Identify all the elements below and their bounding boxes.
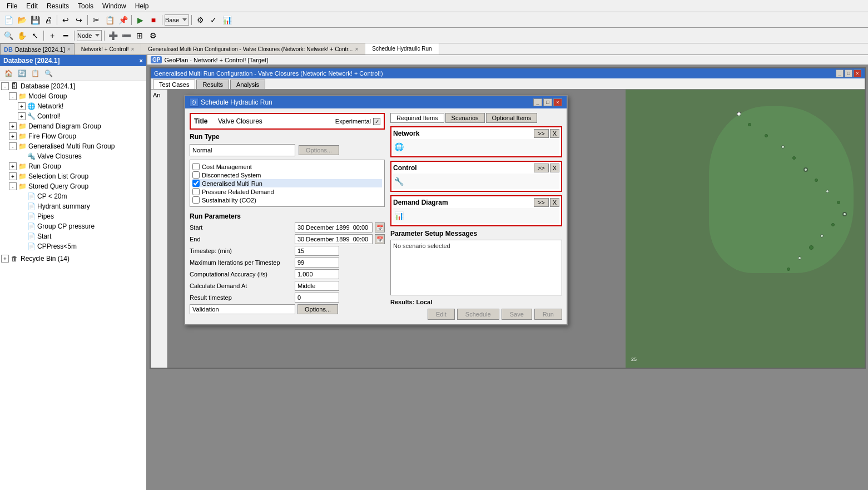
inner-close-btn[interactable]: ×: [854, 70, 861, 77]
sub-tab-analysis[interactable]: Analysis: [230, 80, 265, 89]
expand-recycle-bin[interactable]: +: [1, 255, 9, 263]
tree-item-run-group[interactable]: + 📁 Run Group: [0, 161, 146, 171]
req-tab-required[interactable]: Required Items: [390, 113, 444, 123]
expand-demand-group[interactable]: +: [9, 122, 17, 130]
redo-btn[interactable]: ↪: [73, 14, 85, 26]
expand-gen-multi[interactable]: -: [9, 142, 17, 150]
dialog-close-btn[interactable]: ×: [553, 98, 562, 106]
sidebar-close-icon[interactable]: ×: [140, 57, 143, 64]
open-btn[interactable]: 📂: [16, 14, 28, 26]
tree-item-pipes[interactable]: + 📄 Pipes: [0, 211, 146, 221]
options-btn-top[interactable]: Options...: [299, 145, 339, 155]
cb-disconnected[interactable]: [192, 171, 200, 179]
cb-cost-label[interactable]: Cost Management: [202, 164, 252, 170]
save-tb-btn[interactable]: 💾: [29, 14, 41, 26]
tree-item-start[interactable]: + 📄 Start: [0, 231, 146, 241]
sidebar-refresh-btn[interactable]: 🔄: [16, 67, 28, 80]
select-btn[interactable]: ↖: [29, 29, 41, 42]
cb-gen-multi-label[interactable]: Generalised Multi Run: [202, 180, 262, 187]
tree-item-hydrant[interactable]: + 📄 Hydrant summary: [0, 201, 146, 211]
tree-item-gen-multi[interactable]: - 📁 Generalised Multi Run Group: [0, 141, 146, 151]
expand-run-group[interactable]: +: [9, 162, 17, 170]
zoom-all-btn[interactable]: ⊞: [133, 29, 146, 42]
sub-tab-results[interactable]: Results: [196, 80, 229, 89]
sidebar-home-btn[interactable]: 🏠: [2, 67, 14, 80]
experimental-checkbox[interactable]: ✓: [373, 118, 380, 125]
run-type-select[interactable]: Normal Extended Period Fire Flow: [190, 144, 295, 156]
options-btn-bottom[interactable]: Options...: [297, 304, 338, 314]
print-btn[interactable]: 🖨: [42, 14, 54, 26]
menu-window[interactable]: Window: [98, 1, 131, 11]
cb-disconnected-label[interactable]: Disconnected System: [202, 172, 261, 179]
database-tab-close[interactable]: ×: [67, 46, 71, 52]
properties-btn[interactable]: ⚙: [194, 14, 206, 26]
start-cal-btn[interactable]: 📅: [375, 222, 385, 232]
zoom-btn[interactable]: 🔍: [2, 29, 14, 42]
expand-database[interactable]: -: [1, 82, 9, 90]
expand-stored-query[interactable]: -: [9, 182, 17, 190]
param-result-ts-input[interactable]: [295, 293, 339, 303]
req-tab-scenarios[interactable]: Scenarios: [445, 113, 485, 123]
dialog-max-btn[interactable]: □: [543, 98, 552, 106]
inner-max-btn[interactable]: □: [845, 70, 852, 77]
tree-item-cp20[interactable]: + 📄 CP < 20m: [0, 191, 146, 201]
menu-file[interactable]: File: [2, 1, 22, 11]
menu-results[interactable]: Results: [42, 1, 73, 11]
inner-min-btn[interactable]: _: [836, 70, 844, 77]
menu-edit[interactable]: Edit: [22, 1, 42, 11]
param-max-iter-input[interactable]: [295, 258, 339, 268]
tab-network[interactable]: Network! + Control! ×: [75, 43, 142, 55]
cb-pressure[interactable]: [192, 188, 200, 195]
tree-item-selection-list[interactable]: + 📁 Selection List Group: [0, 171, 146, 181]
zoom-in-btn[interactable]: ➕: [107, 29, 119, 42]
expand-model-group[interactable]: -: [9, 92, 17, 100]
undo-btn[interactable]: ↩: [59, 14, 72, 26]
settings-btn[interactable]: ⚙: [147, 29, 159, 42]
expand-network[interactable]: +: [18, 102, 26, 110]
run-dialog-btn[interactable]: Run: [534, 309, 562, 320]
tree-item-network[interactable]: + 🌐 Network!: [0, 101, 146, 111]
sidebar-expand-btn[interactable]: 📋: [29, 67, 41, 80]
tab-network-close[interactable]: ×: [131, 46, 135, 52]
expand-fire-flow[interactable]: +: [9, 132, 17, 140]
copy-btn[interactable]: 📋: [103, 14, 116, 26]
run-btn[interactable]: ▶: [134, 14, 146, 26]
tab-database[interactable]: DB Database [2024.1] ×: [0, 43, 75, 55]
stop-btn[interactable]: ■: [147, 14, 160, 26]
req-network-clear-btn[interactable]: X: [550, 129, 559, 138]
req-control-clear-btn[interactable]: X: [550, 164, 559, 172]
param-timestep-input[interactable]: [295, 246, 339, 256]
tree-item-fire-flow[interactable]: + 📁 Fire Flow Group: [0, 131, 146, 141]
expand-selection-list[interactable]: +: [9, 172, 17, 180]
sidebar-filter-btn[interactable]: 🔍: [42, 67, 54, 80]
dialog-min-btn[interactable]: _: [533, 98, 542, 106]
tree-item-valve-closures[interactable]: + 🔩 Valve Closures: [0, 151, 146, 161]
tree-item-recycle-bin[interactable]: + 🗑 Recycle Bin (14): [0, 254, 146, 264]
req-network-assign-btn[interactable]: >>: [534, 129, 549, 138]
param-accuracy-input[interactable]: [295, 269, 339, 279]
req-control-assign-btn[interactable]: >>: [534, 164, 549, 172]
scenario-select[interactable]: Base: [165, 14, 189, 26]
tab-schedule[interactable]: Schedule Hydraulic Run: [365, 43, 439, 55]
tree-item-stored-query[interactable]: - 📁 Stored Query Group: [0, 181, 146, 191]
cb-cost-management[interactable]: [192, 163, 200, 170]
menu-tools[interactable]: Tools: [73, 1, 98, 11]
cb-pressure-label[interactable]: Pressure Related Demand: [202, 189, 274, 195]
add-pipe-btn[interactable]: ━: [59, 29, 72, 42]
tree-item-group-cp[interactable]: + 📄 Group CP pressure: [0, 221, 146, 231]
end-cal-btn[interactable]: 📅: [375, 234, 385, 244]
tree-item-demand-group[interactable]: + 📁 Demand Diagram Group: [0, 121, 146, 131]
tree-item-cppress[interactable]: + 📄 CPPress<5m: [0, 241, 146, 251]
add-node-btn[interactable]: +: [46, 29, 58, 42]
param-demand-select[interactable]: Middle Start End: [295, 281, 339, 291]
req-demand-clear-btn[interactable]: X: [550, 198, 559, 207]
cb-gen-multi[interactable]: [192, 180, 200, 187]
pan-btn[interactable]: ✋: [16, 29, 28, 42]
validation-select[interactable]: Validation None: [190, 304, 295, 314]
req-tab-optional[interactable]: Optional Items: [486, 113, 538, 123]
edit-btn[interactable]: Edit: [428, 309, 455, 320]
menu-help[interactable]: Help: [131, 1, 153, 11]
validate-btn[interactable]: ✓: [207, 14, 220, 26]
save-dialog-btn[interactable]: Save: [502, 309, 532, 320]
param-start-input[interactable]: [295, 222, 373, 232]
